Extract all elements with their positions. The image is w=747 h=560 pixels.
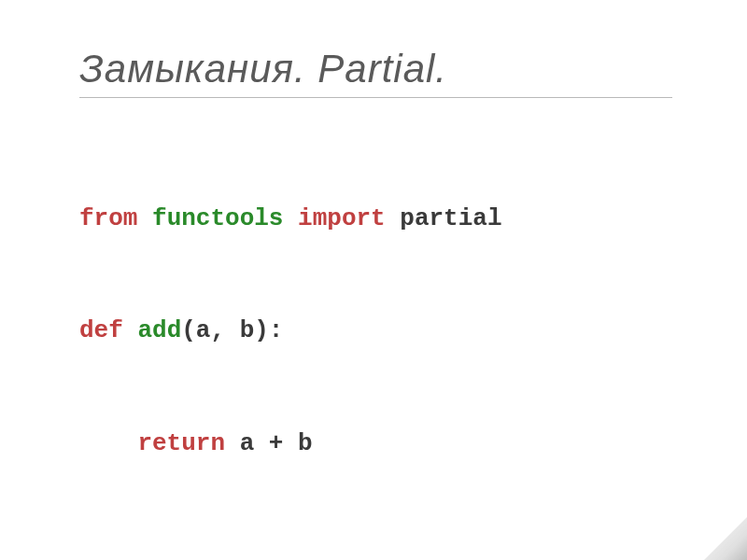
keyword-return: return [137, 429, 225, 457]
code-line-1: from functools import partial [79, 200, 672, 237]
function-params: (a, b): [181, 316, 283, 344]
slide: Замыкания. Partial. from functools impor… [0, 0, 747, 560]
keyword-import: import [298, 204, 386, 232]
page-curl-icon [704, 517, 747, 560]
code-line-2: def add(a, b): [79, 312, 672, 349]
slide-title: Замыкания. Partial. [79, 47, 672, 91]
keyword-from: from [79, 204, 137, 232]
code-line-3: return a + b [79, 425, 672, 462]
import-name: partial [400, 204, 501, 232]
code-block: from functools import partial def add(a,… [79, 124, 672, 560]
return-expr: a + b [240, 429, 313, 457]
keyword-def: def [79, 316, 123, 344]
title-divider [79, 97, 672, 98]
module-name: functools [152, 204, 283, 232]
function-name: add [137, 316, 181, 344]
